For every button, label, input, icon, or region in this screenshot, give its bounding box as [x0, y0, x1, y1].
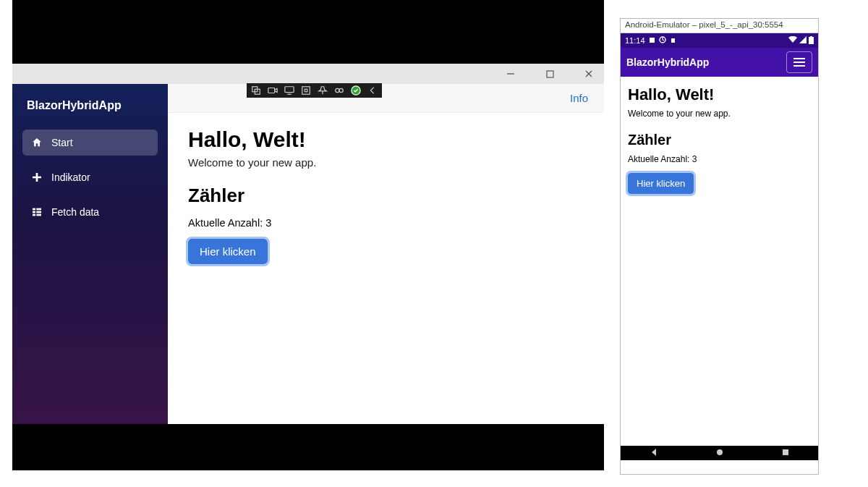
main-area: Info Hallo, Welt! Welcome to your new ap…: [168, 84, 604, 424]
page-heading: Hallo, Welt!: [188, 127, 584, 152]
svg-rect-7: [36, 211, 41, 213]
android-statusbar: 11:14: [621, 33, 818, 48]
battery-icon: [809, 36, 814, 46]
mobile-page-heading: Hallo, Welt!: [628, 85, 811, 104]
pin-icon[interactable]: [318, 85, 328, 96]
mobile-page-subheading: Welcome to your new app.: [628, 109, 811, 119]
svg-rect-15: [305, 89, 307, 92]
sidebar-item-label: Indikator: [51, 171, 90, 183]
wifi-icon: [788, 36, 797, 45]
sidebar-item-indikator[interactable]: Indikator: [22, 164, 158, 190]
emulator-screen: 11:14 BlazorHybridApp Hallo, Welt! Welco…: [621, 33, 818, 460]
list-icon: [31, 206, 43, 218]
sidebar: BlazorHybridApp Start Indikator: [12, 84, 168, 424]
svg-point-16: [336, 88, 339, 92]
svg-rect-22: [810, 36, 812, 38]
sidebar-item-label: Start: [51, 137, 73, 148]
info-link[interactable]: Info: [570, 92, 588, 104]
counter-value: Aktuelle Anzahl: 3: [188, 217, 584, 229]
svg-point-17: [339, 88, 343, 92]
svg-rect-5: [36, 208, 41, 211]
square-icon[interactable]: [301, 85, 311, 96]
check-circle-icon[interactable]: [351, 85, 361, 96]
svg-point-23: [717, 449, 723, 455]
mobile-click-me-button[interactable]: Hier klicken: [628, 173, 694, 194]
link-icon[interactable]: [334, 85, 344, 96]
svg-rect-1: [547, 71, 553, 77]
svg-rect-13: [285, 87, 294, 93]
window-minimize-button[interactable]: [500, 69, 522, 78]
chevron-left-icon[interactable]: [367, 85, 378, 96]
page-subheading: Welcome to your new app.: [188, 156, 584, 169]
top-row: Info: [168, 84, 604, 113]
mobile-appbar: BlazorHybridApp: [621, 48, 818, 77]
mobile-page-content: Hallo, Welt! Welcome to your new app. Zä…: [621, 77, 818, 446]
svg-rect-14: [302, 87, 310, 95]
monitor-icon[interactable]: [284, 85, 294, 96]
mobile-app-brand: BlazorHybridApp: [626, 56, 709, 68]
android-recents-button[interactable]: [781, 446, 790, 460]
window-maximize-button[interactable]: [539, 70, 561, 78]
status-time: 11:14: [625, 36, 645, 45]
svg-rect-19: [650, 38, 655, 43]
sidebar-nav: Start Indikator Fetch data: [12, 122, 168, 225]
sidebar-item-label: Fetch data: [51, 206, 99, 218]
plus-icon: [31, 171, 43, 183]
window-close-button[interactable]: [578, 69, 600, 78]
android-navbar: [621, 446, 818, 460]
emulator-window-title: Android-Emulator – pixel_5_-_api_30:5554: [621, 19, 818, 33]
debug-toolbar[interactable]: [247, 83, 382, 98]
status-square-icon: [649, 36, 655, 45]
status-circle-icon: [659, 36, 666, 45]
android-back-button[interactable]: [650, 446, 658, 460]
mobile-counter-heading: Zähler: [628, 132, 811, 148]
svg-rect-6: [33, 211, 35, 213]
desktop-letterbox: BlazorHybridApp Start Indikator: [12, 0, 604, 470]
page-content: Hallo, Welt! Welcome to your new app. Zä…: [168, 113, 604, 279]
process-icon[interactable]: [251, 85, 261, 96]
desktop-window: BlazorHybridApp Start Indikator: [12, 64, 604, 424]
android-emulator-window: Android-Emulator – pixel_5_-_api_30:5554…: [620, 18, 819, 475]
svg-rect-21: [809, 37, 814, 44]
click-me-button[interactable]: Hier klicken: [188, 239, 268, 264]
svg-rect-9: [36, 214, 41, 216]
svg-rect-4: [33, 208, 35, 211]
svg-rect-8: [33, 214, 35, 216]
window-titlebar: [12, 64, 604, 84]
svg-rect-24: [783, 449, 788, 455]
app-brand: BlazorHybridApp: [12, 89, 168, 122]
sidebar-item-fetch-data[interactable]: Fetch data: [22, 199, 158, 225]
android-home-button[interactable]: [715, 446, 724, 460]
hamburger-menu-button[interactable]: [786, 51, 812, 73]
sidebar-item-start[interactable]: Start: [22, 130, 158, 156]
home-icon: [31, 137, 43, 148]
signal-icon: [799, 36, 807, 45]
status-debug-icon: [670, 36, 676, 45]
svg-rect-12: [268, 88, 275, 93]
camera-icon[interactable]: [268, 85, 278, 96]
counter-heading: Zähler: [188, 185, 584, 207]
app-body: BlazorHybridApp Start Indikator: [12, 84, 604, 424]
mobile-counter-value: Aktuelle Anzahl: 3: [628, 154, 811, 164]
